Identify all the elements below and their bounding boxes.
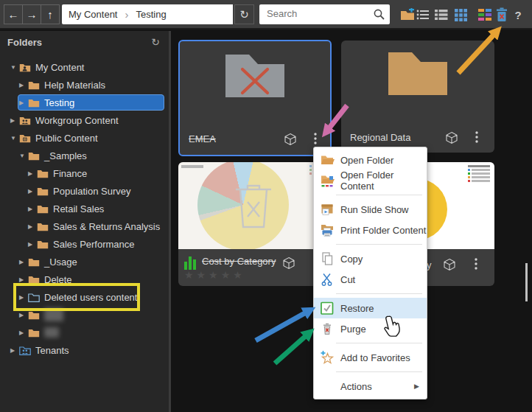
sidebar-item-my-content[interactable]: ▼ My Content bbox=[0, 58, 169, 76]
sidebar-item-samples[interactable]: ▼ _Samples bbox=[0, 147, 169, 164]
recycle-bin-icon bbox=[495, 7, 508, 22]
back-icon: ← bbox=[8, 8, 19, 21]
sidebar-item-sales-performance[interactable]: ▶ Sales Performance bbox=[0, 235, 169, 253]
menu-item-restore[interactable]: Restore bbox=[314, 298, 427, 318]
sidebar-item-label: Testing bbox=[44, 97, 74, 108]
folder-icon bbox=[37, 186, 49, 196]
yellow-highlight-annotation bbox=[13, 283, 140, 311]
content-scrollbar-thumb[interactable] bbox=[525, 263, 528, 301]
sidebar-item-finance[interactable]: ▶ Finance bbox=[0, 164, 169, 182]
more-menu-icon[interactable] bbox=[314, 133, 317, 144]
sidebar-item-label: Workgroup Content bbox=[35, 115, 119, 126]
menu-separator bbox=[336, 293, 422, 294]
tiles-view-button[interactable] bbox=[476, 6, 494, 24]
folder-icon bbox=[37, 240, 49, 249]
expander-icon[interactable]: ▶ bbox=[28, 223, 37, 230]
print-folder-icon bbox=[320, 223, 335, 237]
breadcrumb-item[interactable]: My Content bbox=[69, 9, 117, 20]
content-type-cube-icon bbox=[443, 258, 456, 271]
forward-button[interactable]: → bbox=[22, 4, 41, 24]
panel-refresh-icon[interactable]: ↻ bbox=[151, 36, 160, 48]
bar-chart-type-icon bbox=[184, 255, 197, 270]
menu-item-copy[interactable]: Copy bbox=[314, 248, 427, 269]
more-menu-icon[interactable] bbox=[475, 131, 478, 143]
expander-icon[interactable]: ▶ bbox=[28, 206, 37, 212]
folder-icon bbox=[28, 310, 40, 320]
recycle-bin-button[interactable] bbox=[493, 6, 511, 24]
more-menu-icon[interactable] bbox=[475, 258, 477, 270]
folder-icon bbox=[28, 328, 40, 338]
search-box bbox=[259, 4, 390, 24]
folder-icon bbox=[28, 257, 40, 267]
open-folder-icon bbox=[320, 153, 335, 167]
expander-icon[interactable]: ▶ bbox=[19, 312, 28, 318]
tile-regional-data[interactable]: Regional Data bbox=[341, 41, 494, 153]
refresh-button[interactable]: ↻ bbox=[234, 4, 254, 24]
sidebar-item-label: Retail Sales bbox=[53, 203, 104, 214]
breadcrumb: My Content › Testing bbox=[62, 4, 233, 24]
sidebar-item-workgroup-content[interactable]: ▶ Workgroup Content bbox=[0, 111, 169, 129]
sidebar-item-sales-returns-analysis[interactable]: ▶ Sales & Returns Analysis bbox=[0, 217, 169, 235]
up-button[interactable]: ↑ bbox=[41, 4, 60, 24]
menu-item-open-folder-content[interactable]: Open Folder Content bbox=[314, 170, 427, 191]
expander-icon[interactable]: ▶ bbox=[19, 259, 28, 265]
menu-item-purge[interactable]: Purge bbox=[314, 318, 427, 339]
grid-view-button[interactable] bbox=[452, 6, 469, 24]
tile-cost-by-category[interactable]: Cost by Category ★★★★★ bbox=[178, 162, 332, 286]
sidebar-item-population-survey[interactable]: ▶ Population Survey bbox=[0, 182, 169, 200]
sidebar-item-usage[interactable]: ▶ _Usage bbox=[0, 253, 169, 270]
menu-item-print-folder-content[interactable]: Print Folder Content bbox=[314, 220, 427, 240]
folder-icon bbox=[37, 222, 49, 231]
tile-emea[interactable]: EMEA bbox=[178, 40, 332, 156]
expander-icon[interactable]: ▶ bbox=[19, 329, 28, 336]
expander-icon[interactable]: ▶ bbox=[19, 276, 28, 283]
context-menu: Open Folder Open Folder Content Run Slid… bbox=[313, 147, 427, 399]
expander-icon[interactable]: ▼ bbox=[19, 153, 28, 159]
panel-title: Folders bbox=[7, 37, 42, 48]
menu-separator bbox=[336, 195, 422, 195]
sidebar-item-testing[interactable]: ▶ Testing bbox=[0, 94, 169, 111]
sidebar-item-public-content[interactable]: ▼ Public Content bbox=[0, 129, 169, 147]
back-button[interactable]: ← bbox=[4, 4, 23, 24]
expander-icon[interactable]: ▼ bbox=[10, 64, 19, 71]
user-folder-icon bbox=[19, 63, 31, 72]
expander-icon[interactable]: ▼ bbox=[10, 135, 19, 142]
expander-icon[interactable]: ▶ bbox=[28, 170, 37, 177]
folder-icon bbox=[384, 49, 452, 98]
sidebar-item-help-materials[interactable]: ▶ Help Materials bbox=[0, 76, 169, 94]
sidebar-item-label: _Usage bbox=[44, 256, 77, 268]
rating-stars[interactable]: ★★★★★ bbox=[184, 269, 245, 281]
tile-label: Cost by Category bbox=[202, 256, 276, 267]
sidebar-item-retail-sales[interactable]: ▶ Retail Sales bbox=[0, 200, 169, 217]
expander-icon[interactable]: ▶ bbox=[10, 117, 19, 124]
sidebar-item-redacted[interactable]: ▶ bbox=[0, 324, 169, 341]
expander-icon[interactable]: ▶ bbox=[28, 188, 37, 195]
menu-item-actions[interactable]: Actions ▶ bbox=[314, 376, 427, 397]
folder-tree: ▼ My Content ▶ Help Materials ▶ Testing … bbox=[0, 58, 169, 359]
expander-icon[interactable]: ▶ bbox=[19, 99, 28, 106]
search-input[interactable] bbox=[259, 4, 370, 23]
expander-icon[interactable]: ▶ bbox=[19, 82, 28, 88]
breadcrumb-item[interactable]: Testing bbox=[136, 9, 166, 20]
menu-item-run-slide-show[interactable]: Run Slide Show bbox=[314, 199, 427, 220]
details-view-button[interactable] bbox=[433, 6, 450, 24]
list-view-button[interactable] bbox=[414, 6, 432, 24]
sidebar-item-label: Sales & Returns Analysis bbox=[53, 221, 160, 232]
menu-item-add-to-favorites[interactable]: Add to Favorites bbox=[314, 347, 427, 368]
sidebar-item-tenants[interactable]: ▶ Tenants bbox=[0, 341, 169, 359]
blue-arrow-annotation bbox=[256, 312, 307, 341]
menu-item-open-folder[interactable]: Open Folder bbox=[314, 150, 427, 170]
expander-icon[interactable]: ▶ bbox=[28, 241, 37, 248]
folder-icon bbox=[28, 151, 40, 161]
new-folder-icon bbox=[400, 8, 415, 21]
help-button[interactable]: ? bbox=[509, 6, 527, 24]
menu-separator bbox=[336, 371, 422, 372]
up-icon: ↑ bbox=[47, 8, 53, 21]
expander-icon[interactable]: ▶ bbox=[10, 347, 19, 354]
copy-icon bbox=[320, 251, 335, 266]
report-thumbnail bbox=[178, 162, 332, 249]
deleted-folder-icon bbox=[221, 52, 289, 100]
menu-item-cut[interactable]: Cut bbox=[314, 269, 427, 290]
search-icon[interactable] bbox=[373, 8, 385, 21]
folder-icon bbox=[28, 80, 40, 90]
